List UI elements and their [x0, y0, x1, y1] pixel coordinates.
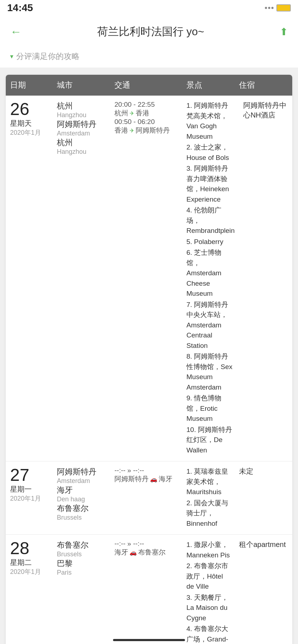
transport-to: 阿姆斯特丹 [136, 126, 170, 135]
date-weekday: 星期天 [10, 119, 48, 128]
sight-item: 9. 情色博物馆，Erotic Museum [186, 393, 235, 424]
transport-route: 杭州 ✈ 香港 [114, 109, 178, 118]
city-cell: 布鲁塞尔Brussels巴黎Paris [53, 535, 110, 644]
sight-item: 3. 天鹅餐厅，La Maison du Cygne [186, 593, 230, 624]
accommodation-cell: 租个apartment [235, 535, 292, 644]
sight-item: 1. 莫瑞泰兹皇家美术馆，Mauritshuis [186, 466, 230, 497]
transport-from: 阿姆斯特丹 [114, 474, 149, 484]
city-en: Hangzhou [57, 111, 106, 119]
transport-line: 00:50 - 06:20 [114, 118, 178, 126]
transport-route: 海牙 🚗 布鲁塞尔 [114, 548, 178, 557]
sight-item: 3. 阿姆斯特丹喜力啤酒体验馆，Heineken Experience [186, 164, 235, 204]
sights-cell: 1. 撒尿小童，Manneken Pis2. 布鲁塞尔市政厅，Hôtel de … [182, 535, 235, 644]
th-accommodation: 住宿 [235, 75, 292, 96]
date-weekday: 星期二 [10, 558, 48, 567]
subtitle-bar: ▾ 分评满足你的攻略 [0, 47, 298, 68]
transport-icon: 🚗 [150, 476, 157, 483]
city-en: Den haag [57, 496, 106, 503]
sight-item: 5. Polaberry [186, 237, 235, 247]
city-zh: 巴黎 [57, 558, 106, 569]
date-cell: 28 星期二 2020年1月 [6, 535, 53, 644]
th-transport: 交通 [110, 75, 182, 96]
signal-dot-3 [271, 7, 274, 9]
sight-item: 4. 布鲁塞尔大广场，Grand-Place [186, 624, 230, 644]
th-sights: 景点 [182, 75, 235, 96]
sight-item: 2. 国会大厦与骑士厅，Binnenhof [186, 498, 230, 529]
date-cell: 26 星期天 2020年1月 [6, 96, 53, 461]
page-title: 荷兰比利时法国行 yo~ [97, 24, 204, 39]
city-cell: 阿姆斯特丹Amsterdam海牙Den haag布鲁塞尔Brussels [53, 461, 110, 534]
transport-line: 20:00 - 22:55 [114, 101, 178, 109]
transport-time: --:-- » --:-- [114, 540, 144, 548]
signal-dots [265, 7, 274, 9]
transport-icon: ✈ [130, 110, 134, 117]
city-en: Amsterdam [57, 130, 106, 137]
city-en: Brussels [57, 551, 106, 558]
city-zh: 阿姆斯特丹 [57, 119, 106, 130]
city-en: Amsterdam [57, 477, 106, 485]
transport-to: 香港 [136, 109, 149, 118]
itinerary-card-page1: 日期 城市 交通 景点 住宿 26 星期天 2020年1月 杭州Hangzhou… [6, 75, 292, 644]
city-en: Hangzhou [57, 148, 106, 156]
signal-dot-1 [265, 7, 267, 9]
transport-time: --:-- » --:-- [114, 466, 144, 474]
date-year: 2020年1月 [10, 128, 48, 137]
accommodation-cell: 阿姆斯特丹中心NH酒店 [239, 96, 292, 461]
transport-cell: --:-- » --:-- 阿姆斯特丹 🚗 海牙 [110, 461, 182, 534]
date-year: 2020年1月 [10, 494, 48, 503]
back-button[interactable]: ← [10, 25, 22, 38]
transport-icon: ✈ [130, 127, 134, 134]
accommodation-cell: 未定 [235, 461, 292, 534]
sight-item: 10. 阿姆斯特丹红灯区，De Wallen [186, 425, 235, 456]
city-cell: 杭州Hangzhou阿姆斯特丹Amsterdam杭州Hangzhou [53, 96, 110, 461]
city-zh: 海牙 [57, 485, 106, 496]
sights-cell: 1. 莫瑞泰兹皇家美术馆，Mauritshuis2. 国会大厦与骑士厅，Binn… [182, 461, 235, 534]
table-body: 26 星期天 2020年1月 杭州Hangzhou阿姆斯特丹Amsterdam杭… [6, 96, 292, 644]
transport-icon: 🚗 [130, 549, 137, 556]
sight-item: 1. 撒尿小童，Manneken Pis [186, 540, 230, 560]
transport-cell: 20:00 - 22:55 杭州 ✈ 香港 00:50 - 06:20 香港 ✈… [110, 96, 182, 461]
th-city: 城市 [53, 75, 110, 96]
transport-route: 香港 ✈ 阿姆斯特丹 [114, 126, 178, 135]
table-header: 日期 城市 交通 景点 住宿 [6, 75, 292, 96]
sight-item: 8. 阿姆斯特丹性博物馆，Sex Museum Amsterdam [186, 351, 235, 392]
transport-to: 海牙 [159, 474, 172, 484]
date-cell: 27 星期一 2020年1月 [6, 461, 53, 534]
transport-time: 00:50 - 06:20 [114, 118, 155, 126]
transport-from: 杭州 [114, 109, 128, 118]
subtitle-text: 分评满足你的攻略 [16, 51, 80, 62]
location-icon: ▾ [10, 52, 13, 60]
status-bar: 14:45 [0, 0, 298, 16]
th-date: 日期 [6, 75, 53, 96]
transport-route: 阿姆斯特丹 🚗 海牙 [114, 474, 178, 484]
share-button[interactable]: ⬆ [280, 26, 288, 38]
date-year: 2020年1月 [10, 567, 48, 576]
transport-from: 香港 [114, 126, 128, 135]
battery-icon [276, 4, 291, 12]
date-number: 26 [10, 101, 48, 118]
app-header: ← 荷兰比利时法国行 yo~ ⬆ [0, 16, 298, 47]
transport-line: --:-- » --:-- [114, 540, 178, 548]
sight-item: 1. 阿姆斯特丹梵高美术馆，Van Gogh Museum [186, 101, 235, 142]
status-icons [265, 4, 291, 12]
sight-item: 7. 阿姆斯特丹中央火车站，Amsterdam Centraal Station [186, 300, 235, 351]
status-time: 14:45 [7, 2, 33, 14]
signal-dot-2 [268, 7, 270, 9]
table-row: 26 星期天 2020年1月 杭州Hangzhou阿姆斯特丹Amsterdam杭… [6, 96, 292, 461]
city-zh: 杭州 [57, 137, 106, 148]
sight-item: 6. 芝士博物馆，Amsterdam Cheese Museum [186, 248, 235, 299]
date-number: 27 [10, 466, 48, 484]
date-number: 28 [10, 540, 48, 557]
sight-item: 2. 布鲁塞尔市政厅，Hôtel de Ville [186, 561, 230, 592]
table-row: 27 星期一 2020年1月 阿姆斯特丹Amsterdam海牙Den haag布… [6, 461, 292, 535]
city-zh: 布鲁塞尔 [57, 503, 106, 514]
city-zh: 杭州 [57, 101, 106, 111]
transport-time: 20:00 - 22:55 [114, 101, 155, 109]
transport-from: 海牙 [114, 548, 128, 557]
city-zh: 布鲁塞尔 [57, 540, 106, 551]
city-zh: 阿姆斯特丹 [57, 466, 106, 477]
transport-line: --:-- » --:-- [114, 466, 178, 474]
date-weekday: 星期一 [10, 484, 48, 494]
home-indicator [113, 639, 185, 641]
sights-cell: 1. 阿姆斯特丹梵高美术馆，Van Gogh Museum2. 波士之家，Hou… [182, 96, 239, 461]
